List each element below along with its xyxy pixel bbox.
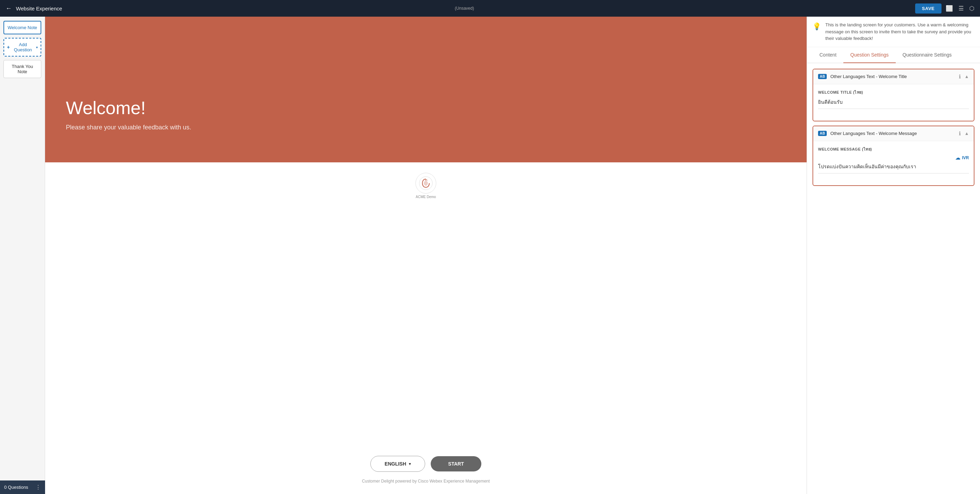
chevron-up-icon-2[interactable]: ▲: [964, 131, 969, 136]
preview-lower: ACME Demo ENGLISH ▾ START Customer Delig…: [45, 163, 807, 494]
lang-badge-2: AB: [818, 131, 827, 136]
panel-tabs: Content Question Settings Questionnaire …: [807, 47, 980, 63]
welcome-title-value: ยินดีต้อนรับ: [818, 98, 969, 109]
welcome-title-label: WELCOME TITLE (ไทย): [818, 89, 969, 96]
save-button[interactable]: SAVE: [915, 3, 942, 14]
app-title: Website Experience: [16, 6, 449, 11]
preview-footer: Customer Delight powered by Cisco Webex …: [362, 479, 490, 487]
panel-body: AB Other Languages Text - Welcome Title …: [807, 63, 980, 191]
info-icon: 💡: [813, 22, 821, 30]
tab-content[interactable]: Content: [813, 47, 843, 63]
welcome-message-value: โปรดแบ่งปันความคิดเห็นอันมีค่าของคุณกับเ…: [818, 163, 969, 174]
upload-icon: ☁: [955, 155, 960, 161]
bottom-dots-icon[interactable]: ⋮: [35, 484, 41, 491]
tab-question-settings[interactable]: Question Settings: [843, 47, 896, 63]
sidebar-add-question[interactable]: + Add Question ▾: [3, 38, 41, 57]
preview-buttons: ENGLISH ▾ START: [371, 456, 481, 472]
tab-questionnaire-settings[interactable]: Questionnaire Settings: [896, 47, 959, 63]
company-logo: [419, 176, 433, 190]
sidebar-item-thank-you-note[interactable]: Thank You Note: [3, 60, 41, 78]
main-layout: Welcome Note + Add Question ▾ Thank You …: [0, 17, 980, 494]
welcome-message-label: WELCOME MESSAGE (ไทย): [818, 146, 969, 152]
preview-area: Welcome! Please share your valuable feed…: [45, 17, 807, 494]
info-circle-icon-2[interactable]: ℹ: [959, 131, 961, 137]
card2-title: Other Languages Text - Welcome Message: [830, 131, 917, 136]
plus-icon: +: [7, 45, 10, 50]
card2-body: WELCOME MESSAGE (ไทย) ☁ IVR โปรดแบ่งปันค…: [813, 141, 974, 185]
welcome-title: Welcome!: [66, 97, 786, 118]
chevron-down-icon: ▾: [409, 462, 411, 466]
info-text: This is the landing screen for your cust…: [825, 22, 974, 42]
monitor-icon[interactable]: ⬜: [946, 5, 953, 12]
card1-header-right: ℹ ▲: [959, 73, 969, 80]
start-button[interactable]: START: [431, 456, 481, 472]
chevron-down-icon: ▾: [36, 45, 38, 49]
sidebar-item-welcome-note[interactable]: Welcome Note: [3, 21, 41, 34]
preview-content: Welcome! Please share your valuable feed…: [45, 17, 807, 494]
logo-label: ACME Demo: [416, 195, 436, 199]
welcome-message-card: AB Other Languages Text - Welcome Messag…: [813, 126, 974, 186]
menu-icon[interactable]: ☰: [958, 5, 964, 12]
bottom-bar: 0 Questions ⋮: [0, 480, 45, 494]
info-circle-icon-1[interactable]: ℹ: [959, 73, 961, 80]
unsaved-label: (Unsaved): [455, 6, 474, 11]
welcome-title-card: AB Other Languages Text - Welcome Title …: [813, 69, 974, 121]
card1-header: AB Other Languages Text - Welcome Title …: [813, 69, 974, 84]
english-label: ENGLISH: [385, 461, 406, 467]
card2-header-left: AB Other Languages Text - Welcome Messag…: [818, 131, 917, 136]
card1-body: WELCOME TITLE (ไทย) ยินดีต้อนรับ: [813, 84, 974, 121]
ivr-badge[interactable]: ☁ IVR: [818, 155, 969, 161]
questions-count: 0 Questions: [4, 484, 28, 490]
topbar-icons: ⬜ ☰ ⬡: [946, 5, 974, 12]
topbar: ← Website Experience (Unsaved) SAVE ⬜ ☰ …: [0, 0, 980, 17]
sidebar: Welcome Note + Add Question ▾ Thank You …: [0, 17, 45, 494]
info-bar: 💡 This is the landing screen for your cu…: [807, 17, 980, 47]
language-selector[interactable]: ENGLISH ▾: [371, 456, 425, 472]
lang-badge-1: AB: [818, 74, 827, 79]
logo-area: ACME Demo: [415, 173, 436, 199]
add-question-label: Add Question: [11, 42, 35, 53]
right-panel: 💡 This is the landing screen for your cu…: [807, 17, 980, 494]
ivr-label: IVR: [962, 155, 969, 160]
card1-header-left: AB Other Languages Text - Welcome Title: [818, 74, 907, 79]
card2-header-right: ℹ ▲: [959, 131, 969, 137]
welcome-banner: Welcome! Please share your valuable feed…: [45, 17, 807, 163]
card2-header: AB Other Languages Text - Welcome Messag…: [813, 126, 974, 141]
network-icon[interactable]: ⬡: [969, 5, 974, 12]
chevron-up-icon-1[interactable]: ▲: [964, 74, 969, 79]
welcome-subtitle: Please share your valuable feedback with…: [66, 124, 786, 131]
card1-title: Other Languages Text - Welcome Title: [830, 74, 907, 79]
back-button[interactable]: ←: [6, 5, 12, 12]
logo-circle: [415, 173, 436, 194]
